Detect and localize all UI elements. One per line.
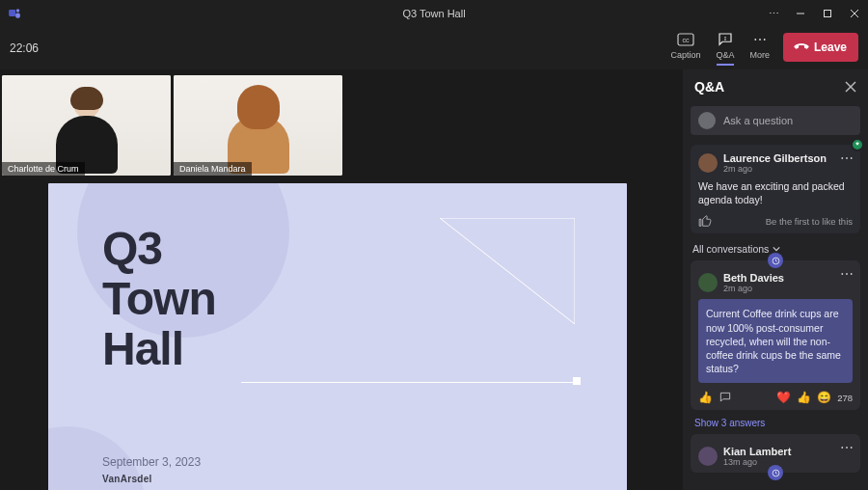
svg-rect-0 <box>9 10 15 16</box>
qna-button[interactable]: Q&A <box>714 29 736 62</box>
window-more-icon[interactable]: ⋯ <box>760 0 787 27</box>
svg-point-9 <box>724 37 726 39</box>
svg-rect-4 <box>825 11 831 17</box>
participant-name-label: Charlotte de Crum <box>2 162 85 176</box>
window-minimize-icon[interactable] <box>787 0 814 27</box>
smile-icon: 😄 <box>817 391 831 404</box>
post-more-icon[interactable]: ⋯ <box>840 440 854 455</box>
qna-label: Q&A <box>716 50 734 60</box>
moderator-pin-icon <box>768 465 783 480</box>
reaction-summary[interactable]: ❤️ 👍 😄 278 <box>776 391 853 404</box>
qna-close-icon[interactable] <box>845 81 856 93</box>
qna-icon <box>717 31 734 48</box>
chevron-down-icon <box>773 245 780 253</box>
caption-label: Caption <box>670 50 700 60</box>
teams-app-icon <box>6 5 23 22</box>
leave-button[interactable]: Leave <box>783 33 858 62</box>
leave-phone-icon <box>792 38 811 57</box>
author-name: Beth Davies <box>723 272 784 284</box>
svg-text:cc: cc <box>682 37 690 43</box>
participant-video[interactable]: Daniela Mandara <box>174 75 342 176</box>
more-button[interactable]: ⋯ More <box>747 29 772 62</box>
participant-video[interactable]: Charlotte de Crum <box>2 75 171 176</box>
participant-name-label: Daniela Mandara <box>174 162 252 176</box>
avatar <box>698 447 718 466</box>
post-time: 13m ago <box>723 457 791 467</box>
slide-decoration-triangle <box>440 218 575 324</box>
window-maximize-icon[interactable] <box>814 0 841 27</box>
post-time: 2m ago <box>723 164 827 174</box>
meeting-toolbar: 22:06 cc Caption Q&A ⋯ More Leave <box>0 27 868 69</box>
qna-panel: Q&A Ask a question Laurence Gilbertson 2… <box>683 69 868 490</box>
svg-rect-2 <box>15 13 20 17</box>
window-title: Q3 Town Hall <box>402 8 465 19</box>
moderator-pin-icon <box>768 253 783 268</box>
question-text: Current Coffee drink cups are now 100% p… <box>698 299 853 383</box>
show-answers-link[interactable]: Show 3 answers <box>683 418 868 434</box>
qna-panel-title: Q&A <box>694 79 724 95</box>
svg-rect-10 <box>724 39 725 41</box>
post-more-icon[interactable]: ⋯ <box>840 266 854 282</box>
post-text: We have an exciting and packed agenda to… <box>698 179 853 206</box>
author-name: Laurence Gilbertson <box>723 152 827 164</box>
window-close-icon[interactable] <box>841 0 868 27</box>
slide-brand: VanArsdel <box>102 474 152 484</box>
svg-point-1 <box>16 9 20 13</box>
ask-question-input[interactable]: Ask a question <box>691 106 860 135</box>
qna-question: Kian Lambert 13m ago ⋯ <box>691 434 860 473</box>
more-icon: ⋯ <box>751 31 769 48</box>
avatar <box>698 273 718 292</box>
heart-icon: ❤️ <box>776 391 791 404</box>
author-name: Kian Lambert <box>723 446 791 457</box>
post-more-icon[interactable]: ⋯ <box>840 150 854 166</box>
svg-line-13 <box>440 218 575 324</box>
reaction-count: 278 <box>837 393 853 403</box>
organizer-badge-icon <box>851 138 864 151</box>
slide-dot <box>573 377 581 385</box>
post-time: 2m ago <box>723 284 784 293</box>
like-button[interactable] <box>698 214 712 228</box>
self-avatar <box>698 112 716 129</box>
leave-label: Leave <box>814 41 847 54</box>
like-hint: Be the first to like this <box>766 216 853 227</box>
qna-question: Beth Davies 2m ago ⋯ Current Coffee drin… <box>691 260 860 410</box>
more-label: More <box>749 50 770 60</box>
slide-divider <box>241 382 579 383</box>
avatar <box>698 153 718 173</box>
shared-slide: Q3 Town Hall September 3, 2023 VanArsdel <box>48 183 627 490</box>
meeting-stage: Charlotte de Crum Daniela Mandara Q3 Tow… <box>0 69 683 490</box>
thumbs-up-icon: 👍 <box>797 391 811 404</box>
caption-button[interactable]: cc Caption <box>668 29 702 62</box>
host-announcement: Laurence Gilbertson 2m ago ⋯ We have an … <box>691 145 860 233</box>
caption-icon: cc <box>677 31 694 48</box>
meeting-timer: 22:06 <box>10 41 39 55</box>
ask-placeholder: Ask a question <box>723 115 793 126</box>
reply-button[interactable] <box>719 391 732 404</box>
titlebar: Q3 Town Hall ⋯ <box>0 0 868 27</box>
slide-date: September 3, 2023 <box>102 455 201 469</box>
upvote-button[interactable]: 👍 <box>698 391 713 404</box>
